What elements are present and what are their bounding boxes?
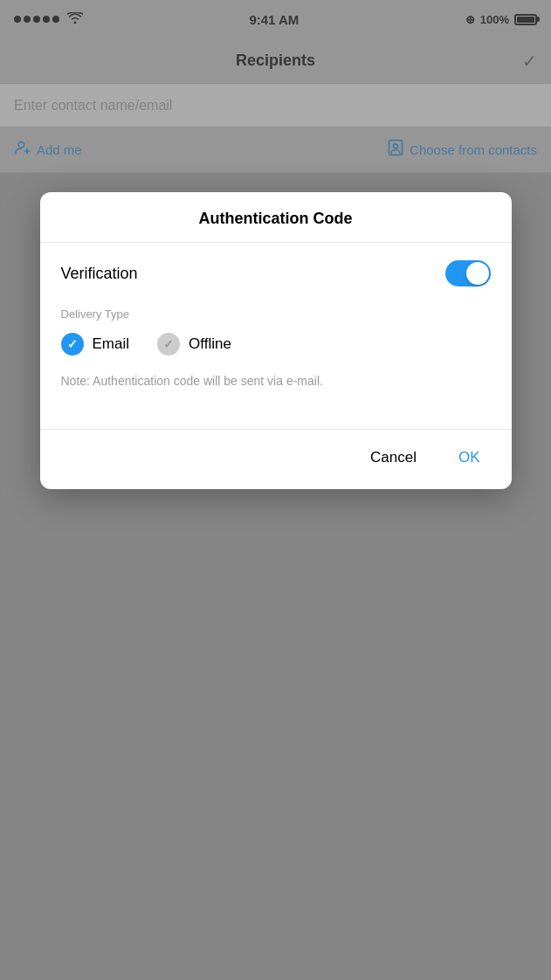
note-text: Note: Authentication code will be sent v… xyxy=(61,373,491,390)
verification-label: Verification xyxy=(61,265,138,283)
delivery-type-label: Delivery Type xyxy=(61,307,491,321)
cancel-button[interactable]: Cancel xyxy=(353,440,434,475)
offline-option[interactable]: Offline xyxy=(157,333,231,355)
ok-button[interactable]: OK xyxy=(441,440,498,475)
verification-row: Verification xyxy=(61,260,491,286)
email-radio[interactable] xyxy=(61,333,84,355)
delivery-options: Email Offline xyxy=(61,333,491,355)
modal-overlay: Authentication Code Verification Deliver… xyxy=(0,0,551,980)
toggle-knob xyxy=(466,262,489,285)
authentication-modal: Authentication Code Verification Deliver… xyxy=(40,192,512,489)
modal-footer: Cancel OK xyxy=(40,429,512,489)
email-label: Email xyxy=(93,335,130,353)
modal-body: Verification Delivery Type Email Offline… xyxy=(40,243,512,429)
email-option[interactable]: Email xyxy=(61,333,130,355)
verification-toggle[interactable] xyxy=(445,260,491,286)
offline-label: Offline xyxy=(189,335,231,353)
offline-radio[interactable] xyxy=(157,333,180,355)
modal-title: Authentication Code xyxy=(199,210,353,227)
modal-header: Authentication Code xyxy=(40,192,512,243)
